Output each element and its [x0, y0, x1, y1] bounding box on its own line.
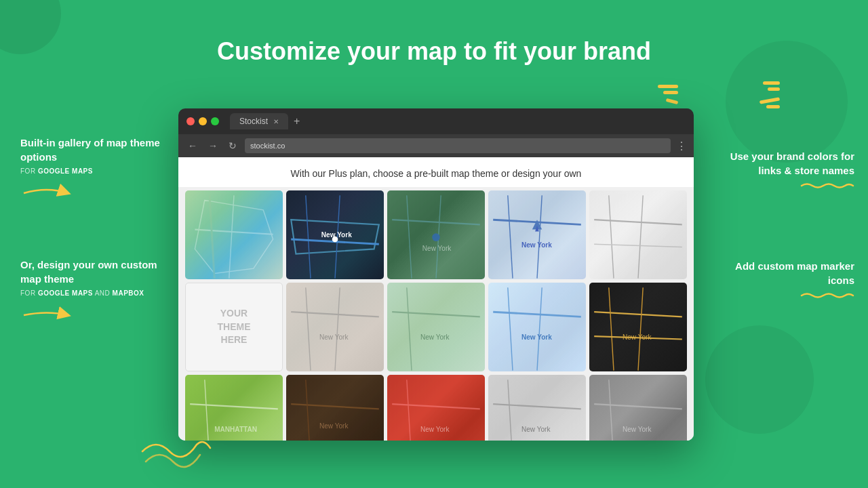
svg-text:New York: New York [623, 425, 652, 432]
scribble-decoration [136, 431, 217, 474]
traffic-light-minimize[interactable] [199, 117, 207, 125]
traffic-light-close[interactable] [186, 117, 195, 125]
refresh-button[interactable]: ↻ [226, 139, 239, 152]
wavy-underline-1 [800, 181, 854, 190]
svg-text:New York: New York [623, 333, 652, 340]
svg-text:New York: New York [321, 231, 352, 239]
browser-menu-icon[interactable]: ⋮ [676, 140, 687, 152]
annotation-custom-sub: FOR GOOGLE MAPS AND MAPBOX [20, 289, 170, 297]
annotation-markers-text: Add custom map marker icons [719, 259, 854, 287]
svg-text:New York: New York [521, 333, 552, 340]
map-tile-7[interactable]: New York [286, 283, 384, 371]
arrow-to-browser-2 [20, 305, 75, 325]
arrow-to-browser-1 [20, 183, 75, 203]
tab-title: Stockist [239, 117, 268, 126]
map-tile-9[interactable]: New York [488, 283, 586, 371]
back-button[interactable]: ← [185, 139, 200, 152]
map-theme-grid: New York New York [178, 187, 694, 441]
page-heading: Customize your map to fit your brand [0, 0, 868, 79]
sidebar-left: Built-in gallery of map theme options FO… [20, 136, 170, 352]
svg-text:New York: New York [422, 245, 452, 252]
browser-titlebar: Stockist ✕ + [178, 108, 694, 134]
annotation-custom-text: Or, design your own custom map theme [20, 258, 170, 286]
annotation-gallery: Built-in gallery of map theme options FO… [20, 136, 170, 203]
map-tile-13[interactable]: New York [387, 375, 485, 441]
map-tile-14[interactable]: New York [488, 375, 586, 441]
map-tile-15[interactable]: New York [589, 375, 687, 441]
map-tile-2[interactable]: New York [286, 190, 384, 279]
yellow-dashes-right [760, 81, 780, 108]
browser-tab[interactable]: Stockist ✕ [230, 113, 288, 129]
annotation-gallery-sub: FOR GOOGLE MAPS [20, 167, 170, 175]
yellow-dashes-top [658, 85, 678, 103]
content-header-text: With our Plus plan, choose a pre-built m… [178, 157, 694, 187]
svg-text:MANHATTAN: MANHATTAN [214, 425, 257, 432]
wavy-underline-2 [800, 291, 854, 300]
svg-text:New York: New York [420, 425, 450, 432]
map-tile-1[interactable] [185, 190, 283, 279]
map-tile-5[interactable] [589, 190, 687, 279]
svg-point-2 [432, 233, 440, 241]
map-tile-8[interactable]: New York [387, 283, 485, 371]
annotation-custom: Or, design your own custom map theme FOR… [20, 258, 170, 325]
bg-circle-bottomright [705, 325, 814, 434]
svg-text:New York: New York [319, 333, 349, 340]
annotation-brand-text: Use your brand colors for links & store … [719, 149, 854, 178]
sidebar-right: Use your brand colors for links & store … [719, 149, 854, 321]
annotation-gallery-text: Built-in gallery of map theme options [20, 136, 170, 164]
map-tile-12[interactable]: New York [286, 375, 384, 441]
annotation-markers: Add custom map marker icons [719, 259, 854, 287]
url-text: stockist.co [250, 142, 285, 150]
address-bar[interactable]: stockist.co [245, 138, 671, 153]
browser-window: Stockist ✕ + ← → ↻ stockist.co ⋮ With ou… [178, 108, 694, 441]
browser-toolbar: ← → ↻ stockist.co ⋮ [178, 134, 694, 157]
tab-close-icon[interactable]: ✕ [273, 118, 279, 125]
custom-placeholder-text: YOURTHEMEHERE [218, 307, 251, 347]
new-tab-icon[interactable]: + [294, 115, 300, 127]
svg-text:New York: New York [319, 422, 349, 430]
svg-text:New York: New York [521, 241, 552, 249]
map-tile-3[interactable]: New York [387, 190, 485, 279]
browser-content: With our Plus plan, choose a pre-built m… [178, 157, 694, 441]
tab-area: Stockist ✕ + [230, 113, 686, 129]
map-tile-custom[interactable]: YOURTHEMEHERE [185, 283, 283, 371]
map-tile-4[interactable]: New York [488, 190, 586, 279]
annotation-brand-colors: Use your brand colors for links & store … [719, 149, 854, 178]
traffic-light-maximize[interactable] [211, 117, 219, 125]
svg-text:New York: New York [420, 333, 450, 340]
forward-button[interactable]: → [205, 139, 220, 152]
svg-text:New York: New York [521, 425, 551, 432]
map-tile-10[interactable]: New York [589, 283, 687, 371]
